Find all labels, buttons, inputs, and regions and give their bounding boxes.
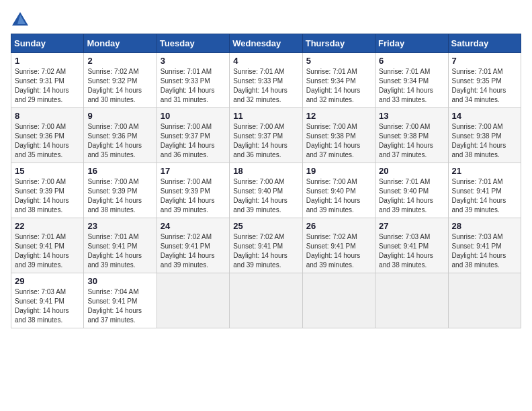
calendar-cell: 27 Sunrise: 7:03 AMSunset: 9:41 PMDaylig… [375, 218, 448, 273]
day-number: 18 [233, 166, 298, 176]
day-number: 13 [379, 111, 444, 121]
day-number: 4 [233, 56, 298, 66]
day-number: 15 [15, 166, 80, 176]
calendar-cell: 11 Sunrise: 7:00 AMSunset: 9:37 PMDaylig… [230, 108, 302, 163]
day-info: Sunrise: 7:01 AMSunset: 9:41 PMDaylight:… [452, 178, 506, 214]
day-info: Sunrise: 7:01 AMSunset: 9:41 PMDaylight:… [15, 233, 69, 269]
calendar-cell: 13 Sunrise: 7:00 AMSunset: 9:38 PMDaylig… [375, 108, 448, 163]
column-header-thursday: Thursday [302, 34, 375, 53]
day-number: 8 [15, 111, 80, 121]
column-header-wednesday: Wednesday [230, 34, 302, 53]
calendar-cell: 9 Sunrise: 7:00 AMSunset: 9:36 PMDayligh… [84, 108, 157, 163]
calendar-cell: 19 Sunrise: 7:00 AMSunset: 9:40 PMDaylig… [302, 163, 375, 218]
day-number: 30 [87, 276, 152, 286]
day-number: 23 [87, 221, 152, 231]
day-info: Sunrise: 7:00 AMSunset: 9:40 PMDaylight:… [306, 178, 361, 214]
day-number: 29 [15, 276, 80, 286]
day-number: 10 [161, 111, 226, 121]
day-info: Sunrise: 7:02 AMSunset: 9:41 PMDaylight:… [233, 233, 287, 269]
day-number: 6 [379, 56, 444, 66]
calendar-table: SundayMondayTuesdayWednesdayThursdayFrid… [11, 34, 521, 328]
day-info: Sunrise: 7:02 AMSunset: 9:41 PMDaylight:… [161, 233, 215, 269]
calendar-cell: 8 Sunrise: 7:00 AMSunset: 9:36 PMDayligh… [11, 108, 84, 163]
calendar-cell: 12 Sunrise: 7:00 AMSunset: 9:38 PMDaylig… [302, 108, 375, 163]
day-info: Sunrise: 7:00 AMSunset: 9:36 PMDaylight:… [87, 123, 142, 158]
column-header-sunday: Sunday [11, 34, 84, 53]
calendar-cell: 17 Sunrise: 7:00 AMSunset: 9:39 PMDaylig… [157, 163, 229, 218]
day-info: Sunrise: 7:00 AMSunset: 9:39 PMDaylight:… [87, 178, 142, 214]
calendar-cell: 20 Sunrise: 7:01 AMSunset: 9:40 PMDaylig… [375, 163, 448, 218]
calendar-cell [448, 273, 521, 328]
calendar-cell: 30 Sunrise: 7:04 AMSunset: 9:41 PMDaylig… [84, 273, 157, 328]
day-number: 3 [161, 56, 226, 66]
day-info: Sunrise: 7:02 AMSunset: 9:41 PMDaylight:… [306, 233, 361, 269]
day-number: 16 [87, 166, 152, 176]
day-number: 9 [87, 111, 152, 121]
day-info: Sunrise: 7:00 AMSunset: 9:40 PMDaylight:… [233, 178, 287, 214]
column-header-monday: Monday [84, 34, 157, 53]
week-row-4: 22 Sunrise: 7:01 AMSunset: 9:41 PMDaylig… [11, 218, 521, 273]
day-info: Sunrise: 7:01 AMSunset: 9:41 PMDaylight:… [87, 233, 142, 269]
day-number: 21 [452, 166, 517, 176]
calendar-header-row: SundayMondayTuesdayWednesdayThursdayFrid… [11, 34, 521, 53]
day-info: Sunrise: 7:00 AMSunset: 9:37 PMDaylight:… [161, 123, 215, 158]
day-info: Sunrise: 7:03 AMSunset: 9:41 PMDaylight:… [379, 233, 433, 269]
calendar-cell: 2 Sunrise: 7:02 AMSunset: 9:32 PMDayligh… [84, 53, 157, 108]
day-info: Sunrise: 7:00 AMSunset: 9:39 PMDaylight:… [15, 178, 69, 214]
calendar-cell: 29 Sunrise: 7:03 AMSunset: 9:41 PMDaylig… [11, 273, 84, 328]
day-number: 24 [161, 221, 226, 231]
day-number: 17 [161, 166, 226, 176]
calendar-cell: 10 Sunrise: 7:00 AMSunset: 9:37 PMDaylig… [157, 108, 229, 163]
day-info: Sunrise: 7:02 AMSunset: 9:32 PMDaylight:… [87, 68, 142, 103]
day-info: Sunrise: 7:01 AMSunset: 9:35 PMDaylight:… [452, 68, 506, 103]
calendar-cell: 24 Sunrise: 7:02 AMSunset: 9:41 PMDaylig… [157, 218, 229, 273]
calendar-cell [157, 273, 229, 328]
calendar-cell: 16 Sunrise: 7:00 AMSunset: 9:39 PMDaylig… [84, 163, 157, 218]
day-number: 20 [379, 166, 444, 176]
calendar-cell: 14 Sunrise: 7:00 AMSunset: 9:38 PMDaylig… [448, 108, 521, 163]
calendar-cell: 21 Sunrise: 7:01 AMSunset: 9:41 PMDaylig… [448, 163, 521, 218]
calendar-cell: 22 Sunrise: 7:01 AMSunset: 9:41 PMDaylig… [11, 218, 84, 273]
day-number: 5 [306, 56, 371, 66]
day-info: Sunrise: 7:00 AMSunset: 9:38 PMDaylight:… [452, 123, 506, 158]
day-number: 19 [306, 166, 371, 176]
week-row-3: 15 Sunrise: 7:00 AMSunset: 9:39 PMDaylig… [11, 163, 521, 218]
day-info: Sunrise: 7:01 AMSunset: 9:34 PMDaylight:… [379, 68, 433, 103]
calendar-cell: 6 Sunrise: 7:01 AMSunset: 9:34 PMDayligh… [375, 53, 448, 108]
day-number: 28 [452, 221, 517, 231]
day-info: Sunrise: 7:04 AMSunset: 9:41 PMDaylight:… [87, 288, 142, 324]
calendar-cell: 1 Sunrise: 7:02 AMSunset: 9:31 PMDayligh… [11, 53, 84, 108]
day-info: Sunrise: 7:00 AMSunset: 9:38 PMDaylight:… [306, 123, 361, 158]
day-info: Sunrise: 7:03 AMSunset: 9:41 PMDaylight:… [15, 288, 69, 324]
day-number: 25 [233, 221, 298, 231]
column-header-saturday: Saturday [448, 34, 521, 53]
calendar-cell [230, 273, 302, 328]
page-header [11, 11, 521, 27]
calendar-cell: 25 Sunrise: 7:02 AMSunset: 9:41 PMDaylig… [230, 218, 302, 273]
day-number: 11 [233, 111, 298, 121]
calendar-cell: 26 Sunrise: 7:02 AMSunset: 9:41 PMDaylig… [302, 218, 375, 273]
day-number: 7 [452, 56, 517, 66]
day-number: 27 [379, 221, 444, 231]
day-info: Sunrise: 7:00 AMSunset: 9:38 PMDaylight:… [379, 123, 433, 158]
calendar-cell: 15 Sunrise: 7:00 AMSunset: 9:39 PMDaylig… [11, 163, 84, 218]
calendar-cell: 5 Sunrise: 7:01 AMSunset: 9:34 PMDayligh… [302, 53, 375, 108]
week-row-1: 1 Sunrise: 7:02 AMSunset: 9:31 PMDayligh… [11, 53, 521, 108]
calendar-cell [375, 273, 448, 328]
day-info: Sunrise: 7:01 AMSunset: 9:34 PMDaylight:… [306, 68, 361, 103]
day-info: Sunrise: 7:01 AMSunset: 9:40 PMDaylight:… [379, 178, 433, 214]
week-row-5: 29 Sunrise: 7:03 AMSunset: 9:41 PMDaylig… [11, 273, 521, 328]
day-info: Sunrise: 7:02 AMSunset: 9:31 PMDaylight:… [15, 68, 69, 103]
logo [11, 11, 32, 27]
day-number: 26 [306, 221, 371, 231]
calendar-cell: 3 Sunrise: 7:01 AMSunset: 9:33 PMDayligh… [157, 53, 229, 108]
day-info: Sunrise: 7:01 AMSunset: 9:33 PMDaylight:… [233, 68, 287, 103]
day-number: 22 [15, 221, 80, 231]
day-info: Sunrise: 7:00 AMSunset: 9:37 PMDaylight:… [233, 123, 287, 158]
day-number: 1 [15, 56, 80, 66]
day-number: 12 [306, 111, 371, 121]
logo-icon [11, 11, 30, 27]
calendar-cell: 7 Sunrise: 7:01 AMSunset: 9:35 PMDayligh… [448, 53, 521, 108]
day-info: Sunrise: 7:00 AMSunset: 9:39 PMDaylight:… [161, 178, 215, 214]
calendar-cell: 23 Sunrise: 7:01 AMSunset: 9:41 PMDaylig… [84, 218, 157, 273]
